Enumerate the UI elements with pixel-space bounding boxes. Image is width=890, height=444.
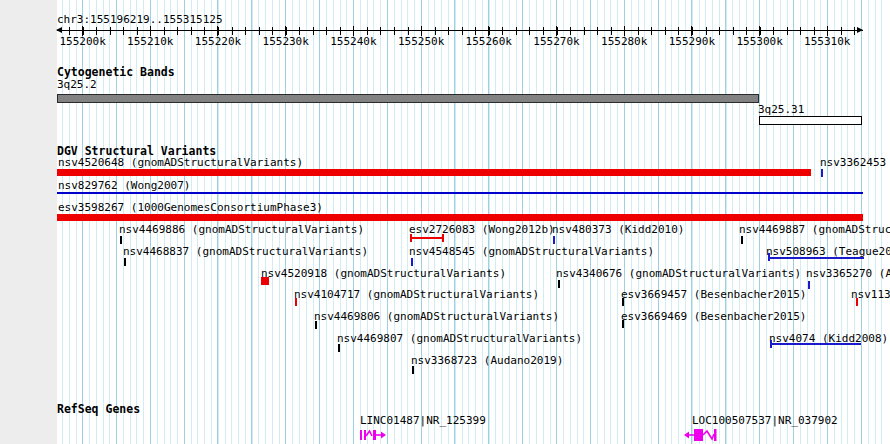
variant-marker[interactable] [558,280,560,288]
variant-label[interactable]: nsv4468837 (gnomADStructuralVariants) [123,246,368,258]
variant-feature-nsv4520648[interactable] [57,169,811,176]
variant-label[interactable]: nsv4469807 (gnomADStructuralVariants) [337,333,582,345]
variant-label[interactable]: nsv4469806 (gnomADStructuralVariants) [314,311,559,323]
variant-label[interactable]: esv3669457 (Besenbacher2015) [621,289,806,301]
variant-label[interactable]: nsv4469887 (gnomADStructu [739,224,890,236]
track-title-refseq[interactable]: RefSeq Genes [57,403,140,415]
ruler-right-arrow-icon [857,27,863,33]
ruler-label: 155260k [466,36,512,48]
variant-marker[interactable] [768,257,864,259]
ruler-label: 155240k [330,36,376,48]
grid-major-lines [82,0,883,444]
variant-marker[interactable] [411,258,413,266]
gene-label[interactable]: LINC01487|NR_125399 [360,415,486,427]
variant-label[interactable]: nsv829762 (Wong2007) [58,180,190,192]
ruler-label: 155280k [601,36,647,48]
variant-marker[interactable] [120,236,122,244]
ruler-label: 155300k [736,36,782,48]
variant-marker[interactable] [622,320,624,328]
ruler-label: 155270k [533,36,579,48]
variant-marker[interactable] [553,236,555,244]
gene-glyph-left-arrow-icon[interactable] [684,428,718,442]
variant-marker[interactable] [412,366,414,374]
variant-marker[interactable] [124,258,126,266]
variant-label[interactable]: nsv4548545 (gnomADStructuralVariants) [409,246,654,258]
ruler-label: 155310k [804,36,850,48]
variant-marker[interactable] [442,234,444,242]
variant-marker[interactable] [410,237,444,239]
variant-label[interactable]: nsv480373 (Kidd2010) [552,224,684,236]
cytoband-3q25-2[interactable] [57,94,759,103]
cytoband-label: 3q25.31 [758,104,804,116]
variant-marker[interactable] [770,343,861,345]
variant-label[interactable]: esv2726083 (Wong2012b) [409,224,555,236]
location-readout: chr3:155196219..155315125 [57,14,223,26]
variant-label[interactable]: nsv4469886 (gnomADStructuralVariants) [119,224,364,236]
variant-marker[interactable] [315,321,317,329]
variant-label[interactable]: esv3669469 (Besenbacher2015) [621,311,806,323]
variant-label[interactable]: nsv4104717 (gnomADStructuralVariants) [294,289,539,301]
variant-label[interactable]: esv3598267 (1000GenomesConsortiumPhase3) [58,202,323,214]
variant-label[interactable]: nsv3368723 (Audano2019) [411,355,563,367]
variant-marker[interactable] [295,298,297,306]
variant-marker[interactable] [856,298,858,306]
variant-feature-esv3598267[interactable] [57,214,863,221]
variant-marker[interactable] [808,281,810,289]
variant-marker[interactable] [261,277,269,285]
ruler-label: 155200k [59,36,105,48]
cytoband-3q25-31[interactable] [759,116,862,125]
variant-marker[interactable] [741,236,743,244]
ruler-label: 155230k [263,36,309,48]
cytoband-label: 3q25.2 [57,79,97,91]
variant-label[interactable]: nsv4340676 (gnomADStructuralVariants) [556,268,801,280]
left-gutter [0,0,57,444]
gene-label[interactable]: LOC100507537|NR_037902 [692,415,838,427]
variant-marker[interactable] [622,298,624,306]
gene-glyph-right-arrow-icon[interactable] [360,428,386,442]
track-title-cytobands[interactable]: Cytogenetic Bands [57,66,175,78]
ruler-left-arrow-icon [56,27,62,33]
variant-label[interactable]: nsv3365270 (Au [806,268,890,280]
ruler-label: 155290k [669,36,715,48]
variant-label[interactable]: nsv3362453 ( [820,157,890,169]
variant-label[interactable]: nsv4520648 (gnomADStructuralVariants) [58,157,303,169]
genome-browser-view: chr3:155196219..155315125 155200k 155210… [0,0,890,444]
ruler-label: 155210k [127,36,173,48]
variant-feature-nsv3362453[interactable] [821,169,823,177]
variant-label[interactable]: nsv4520918 (gnomADStructuralVariants) [261,268,506,280]
variant-marker[interactable] [338,344,340,352]
ruler-label: 155250k [398,36,444,48]
variant-feature-nsv829762[interactable] [57,192,863,194]
ruler-label: 155220k [195,36,241,48]
